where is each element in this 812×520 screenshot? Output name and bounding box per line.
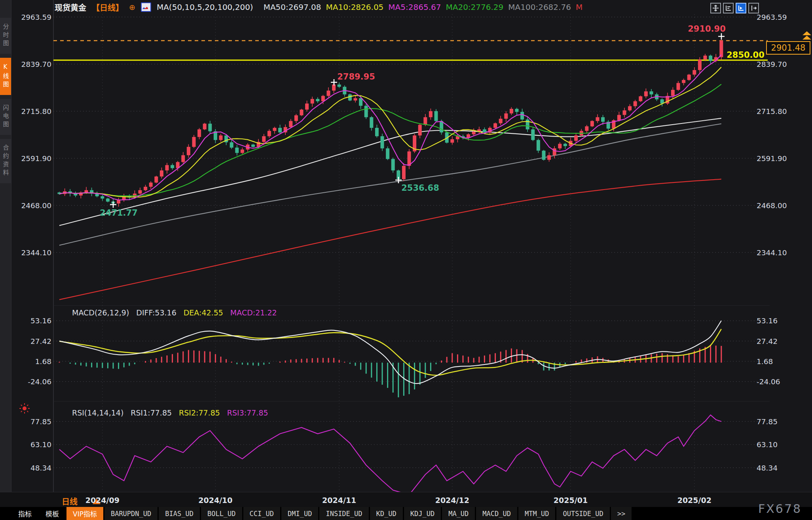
chart-toolbar — [710, 3, 759, 13]
svg-text:77.85: 77.85 — [757, 418, 778, 426]
svg-text:1.68: 1.68 — [35, 357, 51, 366]
svg-text:1.68: 1.68 — [757, 357, 773, 366]
shift-right-icon[interactable] — [748, 3, 759, 13]
chart-canvas[interactable]: 2963.592963.592839.702839.702715.802715.… — [0, 0, 812, 520]
period-tag[interactable]: 【日线】 — [92, 2, 123, 13]
auto-scroll-icon[interactable] — [736, 3, 746, 13]
move-icon[interactable] — [710, 3, 721, 13]
sidebar-item-view[interactable]: 分时图 — [0, 18, 11, 54]
tab-macd_ud[interactable]: MACD_UD — [476, 507, 517, 520]
rsi-header: RSI(14,14,14)RSI1:77.85RSI2:77.85RSI3:77… — [72, 408, 268, 417]
svg-text:48.34: 48.34 — [757, 464, 778, 472]
svg-text:2850.00: 2850.00 — [727, 50, 765, 60]
watermark: FX678 — [758, 502, 802, 516]
rsi-line — [59, 415, 721, 495]
svg-text:2468.00: 2468.00 — [757, 201, 787, 210]
sidebar-item-view[interactable]: 闪电图 — [0, 99, 11, 135]
sidebar-item-kline[interactable]: K线图 — [0, 58, 11, 95]
svg-text:2715.80: 2715.80 — [757, 107, 787, 116]
symbol-title: 现货黄金 — [55, 2, 86, 13]
ma-value-label: M — [576, 2, 582, 12]
chart-header: 现货黄金 【日线】 ⊕ MA(50,10,5,20,100,200) MA50:… — [55, 2, 582, 12]
svg-text:2789.95: 2789.95 — [337, 72, 375, 82]
indicator-value-label: MACD(26,12,9) — [72, 308, 129, 317]
svg-text:63.10: 63.10 — [30, 440, 51, 449]
tab->>[interactable]: >> — [611, 507, 632, 520]
tab-ma_ud[interactable]: MA_UD — [442, 507, 475, 520]
tab-cci_ud[interactable]: CCI_UD — [243, 507, 280, 520]
svg-text:2471.77: 2471.77 — [100, 208, 138, 218]
svg-text:-24.06: -24.06 — [28, 378, 51, 386]
month-label: 2024/10 — [198, 496, 232, 505]
tab-指标[interactable]: 指标 — [12, 507, 38, 520]
svg-text:2591.90: 2591.90 — [21, 154, 51, 163]
tab-mtm_ud[interactable]: MTM_UD — [518, 507, 555, 520]
ma-settings-label: MA(50,10,5,20,100,200) — [157, 2, 253, 12]
sidebar-item-view[interactable]: 合约资料 — [0, 139, 11, 183]
svg-text:2536.68: 2536.68 — [401, 183, 439, 193]
month-label: 2025/01 — [554, 496, 588, 505]
svg-text:53.16: 53.16 — [30, 317, 51, 325]
macd-pane — [59, 321, 721, 397]
month-label: 2024/11 — [322, 496, 356, 505]
svg-text:63.10: 63.10 — [757, 440, 778, 449]
tab-kdj_ud[interactable]: KDJ_UD — [404, 507, 441, 520]
indicator-value-label: DIFF:53.16 — [136, 308, 176, 317]
mini-chart-icon[interactable] — [141, 2, 151, 12]
ma-values: MA50:2697.08MA10:2826.05MA5:2865.67MA20:… — [259, 2, 582, 12]
time-axis-row: 日线 2024/092024/102024/112024/122025/0120… — [0, 492, 812, 507]
month-label: 2024/12 — [435, 496, 469, 505]
tab-barupdn_ud[interactable]: BARUPDN_UD — [104, 507, 157, 520]
axis-scale-icon[interactable] — [723, 3, 734, 13]
tab-dmi_ud[interactable]: DMI_UD — [281, 507, 318, 520]
svg-text:2839.70: 2839.70 — [21, 60, 51, 68]
indicator-value-label: DEA:42.55 — [184, 308, 223, 317]
macd-header: MACD(26,12,9)DIFF:53.16DEA:42.55MACD:21.… — [72, 308, 277, 317]
indicator-tab-bar: 指标模板VIP指标BARUPDN_UDBIAS_UDBOLL_UDCCI_UDD… — [0, 507, 812, 520]
svg-text:27.42: 27.42 — [30, 337, 51, 345]
tab-outside_ud[interactable]: OUTSIDE_UD — [556, 507, 609, 520]
svg-text:2344.10: 2344.10 — [757, 249, 787, 257]
month-label: 2025/02 — [677, 496, 711, 505]
svg-text:48.34: 48.34 — [30, 464, 51, 472]
ma-value-label: MA5:2865.67 — [388, 2, 441, 12]
svg-text:2468.00: 2468.00 — [21, 201, 51, 210]
indicator-value-label: MACD:21.22 — [230, 308, 277, 317]
svg-text:27.42: 27.42 — [757, 337, 778, 345]
circle-plus-icon[interactable]: ⊕ — [129, 3, 135, 11]
alert-icon — [19, 403, 30, 414]
svg-text:2963.59: 2963.59 — [757, 13, 787, 21]
left-sidebar: 分时图K线图闪电图合约资料 — [0, 0, 11, 492]
price-up-arrow-icon — [803, 31, 811, 41]
svg-text:53.16: 53.16 — [757, 317, 778, 325]
ma-value-label: MA20:2776.29 — [446, 2, 503, 12]
svg-text:77.85: 77.85 — [30, 418, 51, 426]
svg-text:2910.90: 2910.90 — [688, 24, 726, 34]
svg-text:2344.10: 2344.10 — [21, 249, 51, 257]
chart-application: 2963.592963.592839.702839.702715.802715.… — [0, 0, 812, 520]
tab-boll_ud[interactable]: BOLL_UD — [201, 507, 242, 520]
tab-vip指标[interactable]: VIP指标 — [66, 507, 103, 520]
tab-inside_ud[interactable]: INSIDE_UD — [319, 507, 368, 520]
svg-text:2715.80: 2715.80 — [21, 107, 51, 116]
svg-text:2963.59: 2963.59 — [21, 13, 51, 21]
svg-text:2839.70: 2839.70 — [757, 60, 787, 68]
indicator-value-label: RSI(14,14,14) — [72, 408, 123, 417]
tab-模板[interactable]: 模板 — [39, 507, 65, 520]
indicator-value-label: RSI3:77.85 — [227, 408, 268, 417]
tab-bias_ud[interactable]: BIAS_UD — [159, 507, 200, 520]
ma-value-label: MA50:2697.08 — [264, 2, 321, 12]
ma-value-label: MA100:2682.76 — [508, 2, 571, 12]
svg-text:-24.06: -24.06 — [757, 378, 780, 386]
current-price-box: 2901.48 — [766, 41, 810, 55]
indicator-value-label: RSI2:77.85 — [179, 408, 220, 417]
period-selector-label[interactable]: 日线 — [62, 495, 78, 507]
svg-text:2591.90: 2591.90 — [757, 154, 787, 163]
month-label: 2024/09 — [85, 496, 120, 505]
ma-value-label: MA10:2826.05 — [326, 2, 384, 12]
tab-kd_ud[interactable]: KD_UD — [370, 507, 403, 520]
indicator-value-label: RSI1:77.85 — [131, 408, 172, 417]
